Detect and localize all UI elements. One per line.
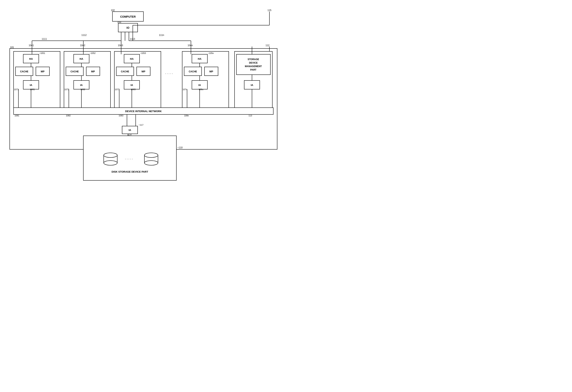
svg-text:1083: 1083: [119, 114, 123, 117]
svg-text:CACHE: CACHE: [71, 70, 79, 73]
svg-text:1073: 1073: [115, 88, 119, 91]
svg-text:~1052: ~1052: [90, 52, 95, 54]
svg-text:112: 112: [266, 44, 270, 47]
svg-text:106n: 106n: [199, 88, 203, 91]
svg-text:· · · · ·: · · · · ·: [165, 72, 173, 75]
svg-text:DEVICE INTERNAL NETWORK: DEVICE INTERNAL NETWORK: [125, 110, 162, 113]
svg-text:1072: 1072: [64, 88, 69, 91]
svg-text:~1051: ~1051: [39, 52, 45, 54]
svg-text:IA: IA: [80, 84, 83, 86]
svg-text:MP: MP: [91, 70, 95, 73]
svg-text:1081: 1081: [15, 114, 19, 117]
diagram: COMPUTER IO 102 103 115 1111 1112 1113 1…: [0, 0, 286, 196]
svg-text:102: 102: [111, 9, 115, 12]
svg-text:108n: 108n: [184, 114, 189, 117]
svg-text:DISK STORAGE DEVICE PART: DISK STORAGE DEVICE PART: [112, 170, 148, 173]
svg-text:HA: HA: [130, 57, 134, 60]
svg-text:111n: 111n: [159, 34, 164, 36]
svg-text:104n: 104n: [188, 44, 193, 47]
svg-text:IO: IO: [127, 26, 129, 29]
svg-text:107n: 107n: [183, 88, 187, 91]
svg-text:~1053: ~1053: [140, 52, 146, 54]
svg-text:STORAGE: STORAGE: [248, 58, 259, 61]
svg-text:1042: 1042: [80, 44, 85, 47]
svg-text:1112: 1112: [81, 34, 87, 36]
svg-text:CACHE: CACHE: [189, 70, 197, 73]
svg-text:HA: HA: [29, 57, 33, 60]
svg-text:IA: IA: [198, 84, 201, 86]
svg-point-135: [144, 161, 158, 165]
svg-text:101: 101: [10, 46, 14, 49]
svg-text:1061: 1061: [30, 88, 35, 91]
svg-text:IA: IA: [30, 84, 32, 86]
svg-text:~110: ~110: [177, 146, 183, 149]
svg-text:~105n: ~105n: [208, 52, 214, 54]
svg-text:114: 114: [128, 133, 131, 136]
svg-text:113: 113: [249, 114, 252, 117]
svg-text:1071: 1071: [14, 88, 19, 91]
svg-text:CACHE: CACHE: [20, 70, 29, 73]
svg-text:MP: MP: [209, 70, 213, 73]
svg-text:115: 115: [268, 9, 271, 12]
svg-text:~117: ~117: [139, 124, 143, 126]
svg-point-127: [104, 153, 117, 158]
svg-text:1043: 1043: [118, 44, 123, 47]
svg-text:CACHE: CACHE: [121, 70, 129, 73]
svg-text:HA: HA: [80, 57, 83, 60]
svg-text:DEVICE: DEVICE: [249, 62, 258, 64]
svg-text:PART: PART: [250, 68, 256, 71]
svg-text:MANAGEMENT: MANAGEMENT: [245, 65, 262, 68]
svg-text:103: 103: [117, 21, 121, 23]
svg-text:COMPUTER: COMPUTER: [120, 15, 136, 18]
svg-text:HA: HA: [198, 57, 202, 60]
svg-point-132: [144, 153, 158, 158]
svg-text:1062: 1062: [80, 88, 85, 91]
svg-rect-98: [237, 54, 270, 75]
svg-text:IA: IA: [131, 84, 133, 86]
svg-text:IA: IA: [251, 84, 254, 86]
svg-text:MP: MP: [142, 70, 145, 73]
svg-point-130: [104, 161, 117, 165]
svg-text:IA: IA: [129, 129, 131, 131]
svg-text:1082: 1082: [66, 114, 71, 117]
svg-text:1113: 1113: [130, 38, 135, 40]
svg-text:· · · · ·: · · · · ·: [125, 157, 133, 161]
svg-text:MP: MP: [41, 70, 45, 73]
svg-text:1111: 1111: [42, 38, 47, 40]
svg-text:1041: 1041: [29, 44, 34, 47]
svg-text:1063: 1063: [131, 88, 135, 91]
